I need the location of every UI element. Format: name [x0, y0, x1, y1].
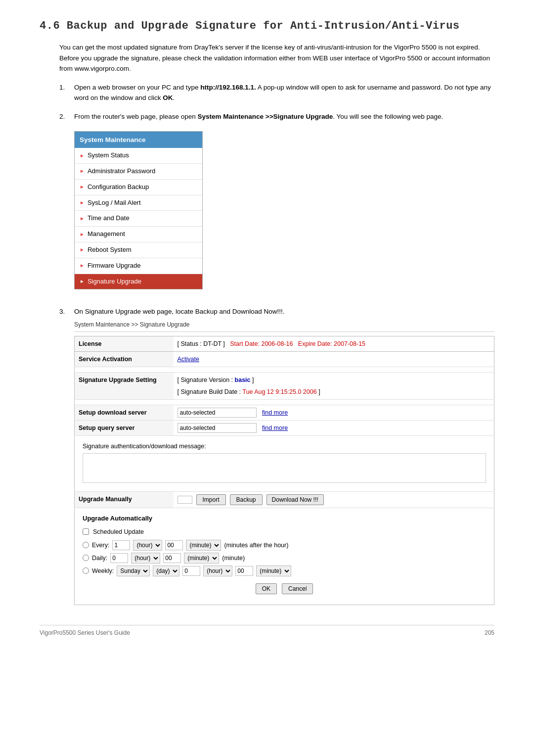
- auth-textarea[interactable]: [83, 453, 486, 483]
- arrow-icon-1: ►: [80, 167, 85, 175]
- every-hour-input[interactable]: [112, 540, 130, 550]
- find-more-download[interactable]: find more: [262, 409, 288, 416]
- download-server-row: Setup download server find more: [75, 405, 494, 421]
- arrow-icon-3: ►: [80, 199, 85, 207]
- step-3-content: On Signature Upgrade web page, locate Ba…: [74, 306, 494, 605]
- find-more-query[interactable]: find more: [262, 425, 288, 431]
- every-row: Every: (hour) (minute) (minu: [83, 540, 486, 551]
- menu-item-config-backup[interactable]: ► Configuration Backup: [75, 180, 202, 195]
- download-server-label: Setup download server: [75, 405, 174, 421]
- menu-item-label-7: Firmware Upgrade: [88, 261, 141, 271]
- intro-paragraph: You can get the most updated signature f…: [59, 42, 494, 74]
- step-1-text-end: .: [173, 94, 175, 101]
- manual-input[interactable]: [178, 496, 192, 504]
- sig-build-date-value: Tue Aug 12 9:15:25.0 2006: [242, 388, 316, 395]
- download-now-button[interactable]: Download Now !!!: [267, 494, 324, 505]
- weekly-hour-input[interactable]: [182, 566, 200, 576]
- menu-item-time-date[interactable]: ► Time and Date: [75, 211, 202, 227]
- menu-item-admin-password[interactable]: ► Administrator Password: [75, 164, 202, 180]
- menu-item-firmware[interactable]: ► Firmware Upgrade: [75, 258, 202, 274]
- menu-item-label-6: Reboot System: [88, 245, 132, 255]
- auth-label: Signature authentication/download messag…: [83, 441, 486, 451]
- footer: VigorPro5500 Series User's Guide 205: [40, 625, 494, 636]
- auth-row: Signature authentication/download messag…: [75, 436, 494, 492]
- step-1-bold2: OK: [163, 94, 173, 101]
- steps-container: 1. Open a web browser on your PC and typ…: [59, 82, 494, 605]
- weekly-day-select[interactable]: Sunday: [117, 566, 150, 576]
- every-label: Every:: [92, 540, 109, 550]
- every-min-input[interactable]: [165, 540, 183, 550]
- menu-item-label-4: Time and Date: [88, 213, 130, 224]
- scheduled-update-label: Scheduled Update: [93, 527, 144, 537]
- menu-item-label-5: Management: [88, 229, 125, 239]
- scheduled-update-checkbox[interactable]: [83, 528, 89, 535]
- weekly-min-input[interactable]: [235, 566, 253, 576]
- daily-row: Daily: (hour) (minute) (minu: [83, 553, 486, 564]
- weekly-min-select[interactable]: (minute): [256, 566, 291, 576]
- service-activation-label: Service Activation: [75, 352, 174, 367]
- daily-radio[interactable]: [83, 555, 89, 561]
- footer-left: VigorPro5500 Series User's Guide: [40, 629, 130, 636]
- sig-version-text: [ Signature Version : basic ]: [178, 375, 490, 385]
- step-1-num: 1.: [59, 82, 74, 103]
- menu-item-reboot[interactable]: ► Reboot System: [75, 242, 202, 258]
- service-activation-value: Activate: [174, 352, 494, 367]
- ok-cancel-row: OK Cancel: [83, 578, 486, 599]
- query-server-input[interactable]: [178, 423, 257, 433]
- footer-right: 205: [485, 629, 494, 636]
- daily-min-input[interactable]: [163, 553, 181, 563]
- menu-item-syslog[interactable]: ► SysLog / Mail Alert: [75, 195, 202, 211]
- license-status: [ Status : DT-DT ]: [178, 340, 225, 347]
- sig-upgrade-table: License [ Status : DT-DT ] Start Date: 2…: [74, 336, 494, 605]
- upgrade-auto-cell: Upgrade Automatically Scheduled Update: [75, 508, 494, 605]
- activate-link[interactable]: Activate: [178, 356, 199, 363]
- every-hour-select[interactable]: (hour): [133, 540, 162, 551]
- service-activation-row: Service Activation Activate: [75, 352, 494, 367]
- weekly-radio[interactable]: [83, 567, 89, 574]
- menu-item-management[interactable]: ► Management: [75, 227, 202, 242]
- weekly-day-unit-select[interactable]: (day): [153, 566, 179, 576]
- arrow-icon-8: ►: [80, 278, 85, 285]
- every-radio[interactable]: [83, 542, 89, 548]
- breadcrumb: System Maintenance >> Signature Upgrade: [74, 319, 494, 332]
- daily-min-select[interactable]: (minute): [184, 553, 219, 564]
- import-button[interactable]: Import: [196, 494, 226, 505]
- sig-setting-value: [ Signature Version : basic ] [ Signatur…: [174, 373, 494, 400]
- license-label: License: [75, 336, 174, 352]
- cancel-button[interactable]: Cancel: [282, 583, 313, 594]
- query-server-label: Setup query server: [75, 421, 174, 436]
- weekly-hour-select[interactable]: (hour): [203, 566, 232, 576]
- menu-item-system-status[interactable]: ► System Status: [75, 148, 202, 164]
- step-3-num: 3.: [59, 306, 74, 605]
- menu-item-label-8: Signature Upgrade: [88, 277, 141, 287]
- page-title: 4.6 Backup and Upgrade Signature for Ant…: [40, 20, 494, 32]
- weekly-row: Weekly: Sunday (day) (hour: [83, 566, 486, 576]
- sig-version-basic: basic: [235, 377, 251, 383]
- license-row: License [ Status : DT-DT ] Start Date: 2…: [75, 336, 494, 352]
- menu-item-signature[interactable]: ► Signature Upgrade: [75, 274, 202, 289]
- arrow-icon-7: ►: [80, 262, 85, 270]
- download-server-input[interactable]: [178, 408, 257, 418]
- upgrade-auto-title: Upgrade Automatically: [83, 514, 486, 524]
- ok-button[interactable]: OK: [256, 583, 277, 594]
- every-min-select[interactable]: (minute): [186, 540, 221, 551]
- backup-button[interactable]: Backup: [230, 494, 263, 505]
- step-2-text-after: . You will see the following web page.: [333, 113, 443, 120]
- arrow-icon-2: ►: [80, 183, 85, 191]
- scheduled-update-row: Scheduled Update: [83, 527, 486, 537]
- license-start: Start Date: 2006-08-16: [230, 340, 293, 347]
- arrow-icon-5: ►: [80, 231, 85, 238]
- spacer-row-2: [75, 400, 494, 405]
- daily-hour-select[interactable]: (hour): [131, 553, 160, 564]
- btn-group-manual: Import Backup Download Now !!!: [178, 494, 490, 505]
- step-1-content: Open a web browser on your PC and type h…: [74, 82, 494, 103]
- step-2-content: From the router's web page, please open …: [74, 111, 494, 298]
- step-2-num: 2.: [59, 111, 74, 298]
- auth-section: Signature authentication/download messag…: [79, 438, 490, 489]
- license-value: [ Status : DT-DT ] Start Date: 2006-08-1…: [174, 336, 494, 352]
- sys-menu-box: System Maintenance ► System Status ► Adm…: [74, 131, 203, 290]
- step-3: 3. On Signature Upgrade web page, locate…: [59, 306, 494, 605]
- sys-menu-header: System Maintenance: [75, 132, 202, 148]
- arrow-icon-4: ►: [80, 215, 85, 223]
- daily-hour-input[interactable]: [110, 553, 128, 563]
